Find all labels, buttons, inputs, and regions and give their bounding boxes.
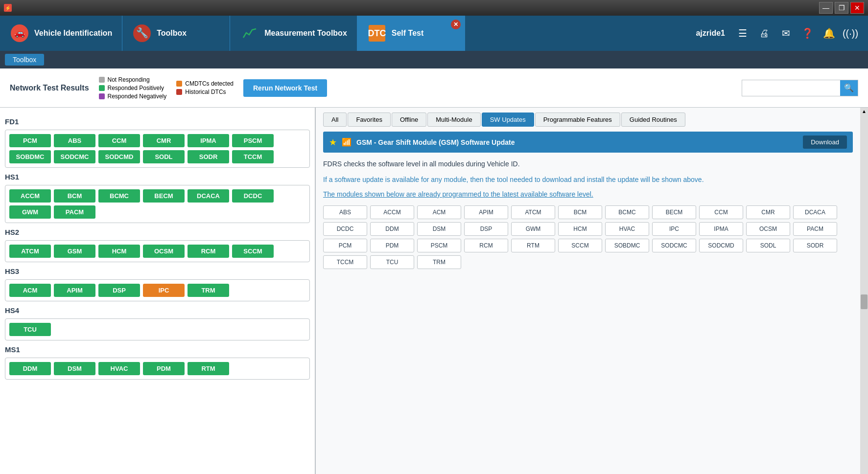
module-list-item-trm[interactable]: TRM [417, 255, 461, 269]
module-gsm[interactable]: GSM [54, 245, 95, 258]
module-becm[interactable]: BECM [143, 189, 185, 203]
module-rcm[interactable]: RCM [188, 245, 229, 258]
module-list-item-becm[interactable]: BECM [652, 205, 696, 219]
tab-self-test-close[interactable]: ✕ [451, 20, 461, 29]
module-list-item-pacm[interactable]: PACM [793, 222, 837, 236]
module-tcu[interactable]: TCU [9, 323, 51, 336]
module-list-item-ocsm[interactable]: OCSM [746, 222, 790, 236]
module-list-item-dsp[interactable]: DSP [464, 222, 508, 236]
maximize-button[interactable]: ❐ [835, 2, 848, 14]
print-icon[interactable]: 🖨 [756, 25, 772, 41]
module-accm[interactable]: ACCM [9, 189, 51, 203]
filter-offline[interactable]: Offline [392, 113, 426, 127]
module-list-item-pscm[interactable]: PSCM [417, 239, 461, 252]
module-dcaca[interactable]: DCACA [188, 189, 229, 203]
module-list-item-sodl[interactable]: SODL [746, 239, 790, 252]
filter-programmable-features[interactable]: Programmable Features [535, 113, 620, 127]
module-sodcmc[interactable]: SODCMC [54, 150, 95, 163]
module-list-item-ipma[interactable]: IPMA [699, 222, 743, 236]
info-link[interactable]: The modules shown below are already prog… [323, 190, 853, 198]
filter-favorites[interactable]: Favorites [348, 113, 390, 127]
module-list-item-acm[interactable]: ACM [417, 205, 461, 219]
module-hvac[interactable]: HVAC [98, 362, 140, 375]
module-list-item-dsm[interactable]: DSM [417, 222, 461, 236]
module-list-item-sccm[interactable]: SCCM [558, 239, 602, 252]
module-dcdc[interactable]: DCDC [232, 189, 274, 203]
help-icon[interactable]: ❓ [799, 25, 815, 41]
module-list-item-atcm[interactable]: ATCM [511, 205, 555, 219]
module-list-item-tccm[interactable]: TCCM [323, 255, 367, 269]
module-sodcmd[interactable]: SODCMD [98, 150, 140, 163]
module-list-item-pcm[interactable]: PCM [323, 239, 367, 252]
filter-multi-module[interactable]: Multi-Module [427, 113, 480, 127]
right-scrollbar[interactable]: ▲ ▼ [860, 108, 868, 474]
module-apim[interactable]: APIM [54, 284, 95, 297]
module-list-item-bcmc[interactable]: BCMC [605, 205, 649, 219]
module-list-item-rcm[interactable]: RCM [464, 239, 508, 252]
module-rtm[interactable]: RTM [188, 362, 229, 375]
module-list-item-sodcmc[interactable]: SODCMC [652, 239, 696, 252]
module-sobdmc[interactable]: SOBDMC [9, 150, 51, 163]
module-pdm[interactable]: PDM [143, 362, 185, 375]
module-list-item-sodcmd[interactable]: SODCMD [699, 239, 743, 252]
module-list-item-dcdc[interactable]: DCDC [323, 222, 367, 236]
tab-vehicle-identification[interactable]: 🚗 Vehicle Identification [0, 16, 122, 51]
tab-measurement-toolbox[interactable]: Measurement Toolbox [230, 16, 357, 51]
module-list-item-bcm[interactable]: BCM [558, 205, 602, 219]
module-ddm[interactable]: DDM [9, 362, 51, 375]
mail-icon[interactable]: ✉ [778, 25, 794, 41]
module-ipma[interactable]: IPMA [188, 134, 229, 147]
module-list-item-hvac[interactable]: HVAC [605, 222, 649, 236]
module-atcm[interactable]: ATCM [9, 245, 51, 258]
filter-guided-routines[interactable]: Guided Routines [621, 113, 685, 127]
bell-icon[interactable]: 🔔 [821, 25, 837, 41]
search-input[interactable] [742, 80, 840, 96]
filter-sw-updates[interactable]: SW Updates [482, 113, 534, 127]
module-list-item-dcaca[interactable]: DCACA [793, 205, 837, 219]
module-list-item-pdm[interactable]: PDM [370, 239, 414, 252]
module-pscm[interactable]: PSCM [232, 134, 274, 147]
module-dsm[interactable]: DSM [54, 362, 95, 375]
favorite-star[interactable]: ★ [329, 137, 337, 148]
module-list-item-ccm[interactable]: CCM [699, 205, 743, 219]
module-list-item-cmr[interactable]: CMR [746, 205, 790, 219]
tab-self-test[interactable]: DTC Self Test ✕ [357, 16, 465, 51]
module-bcmc[interactable]: BCMC [98, 189, 140, 203]
module-sodl[interactable]: SODL [143, 150, 185, 163]
scroll-up-arrow[interactable]: ▲ [862, 109, 867, 114]
module-list-item-tcu[interactable]: TCU [370, 255, 414, 269]
module-dsp[interactable]: DSP [98, 284, 140, 297]
rerun-network-test-button[interactable]: Rerun Network Test [243, 79, 327, 97]
module-ocsm[interactable]: OCSM [143, 245, 185, 258]
module-ipc[interactable]: IPC [143, 284, 185, 297]
sub-tab-toolbox[interactable]: Toolbox [5, 54, 44, 66]
minimize-button[interactable]: — [819, 2, 833, 14]
module-list-item-ddm[interactable]: DDM [370, 222, 414, 236]
module-list-item-apim[interactable]: APIM [464, 205, 508, 219]
wifi-icon[interactable]: ((·)) [843, 25, 858, 41]
module-pacm[interactable]: PACM [54, 205, 95, 219]
module-list-item-ipc[interactable]: IPC [652, 222, 696, 236]
download-button[interactable]: Download [803, 135, 847, 149]
module-list-item-sobdmc[interactable]: SOBDMC [605, 239, 649, 252]
tab-toolbox[interactable]: 🔧 Toolbox [122, 16, 230, 51]
window-controls[interactable]: — ❐ ✕ [819, 2, 864, 14]
module-sodr[interactable]: SODR [188, 150, 229, 163]
module-pcm[interactable]: PCM [9, 134, 51, 147]
module-list-item-abs[interactable]: ABS [323, 205, 367, 219]
module-list-item-hcm[interactable]: HCM [558, 222, 602, 236]
close-button[interactable]: ✕ [850, 2, 864, 14]
module-abs-fd1[interactable]: ABS [54, 134, 95, 147]
module-hcm[interactable]: HCM [98, 245, 140, 258]
module-ccm[interactable]: CCM [98, 134, 140, 147]
module-list-item-rtm[interactable]: RTM [511, 239, 555, 252]
module-list-item-gwm[interactable]: GWM [511, 222, 555, 236]
module-bcm[interactable]: BCM [54, 189, 95, 203]
module-gwm[interactable]: GWM [9, 205, 51, 219]
menu-icon[interactable]: ☰ [735, 25, 751, 41]
module-acm[interactable]: ACM [9, 284, 51, 297]
filter-all[interactable]: All [323, 113, 347, 127]
module-tccm[interactable]: TCCM [232, 150, 274, 163]
module-sccm[interactable]: SCCM [232, 245, 274, 258]
module-trm[interactable]: TRM [188, 284, 229, 297]
